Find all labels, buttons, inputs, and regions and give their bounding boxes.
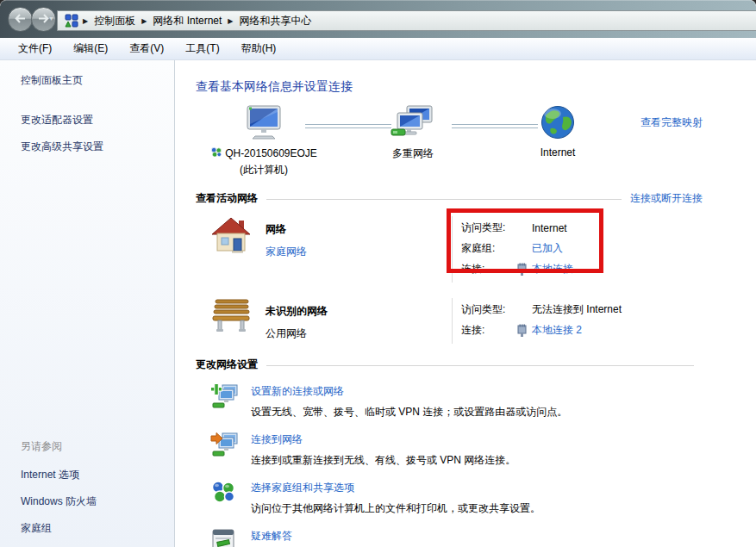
- recent-pages-dropdown[interactable]: ▼: [48, 16, 54, 22]
- divider-rule: [266, 199, 622, 200]
- homegroup-icon: [210, 146, 222, 160]
- network-map: QH-20150609EOJE (此计算机): [196, 105, 703, 184]
- back-arrow-icon: [15, 14, 26, 26]
- title-bar: ▼ ▶ 控制面板 ▶ 网络和 Internet ▶ 网络和共享中心: [0, 0, 756, 38]
- nav-buttons: [8, 7, 54, 32]
- change-settings-title: 更改网络设置: [196, 357, 258, 372]
- detail-label: 家庭组:: [461, 241, 516, 256]
- setup-new-connection-link[interactable]: 设置新的连接或网络: [251, 385, 344, 397]
- active-network-row-unidentified: 未识别的网络 公用网络 访问类型: 无法连接到 Internet 连接:: [196, 289, 703, 351]
- active-networks-header: 查看活动网络 连接或断开连接: [196, 191, 703, 206]
- see-full-map-link[interactable]: 查看完整映射: [640, 115, 703, 130]
- network-details: 访问类型: Internet 家庭组: 已加入 连接:: [452, 216, 703, 283]
- sidebar-item-windows-firewall[interactable]: Windows 防火墙: [21, 494, 169, 509]
- menu-help[interactable]: 帮助(H): [234, 39, 284, 59]
- breadcrumb-arrow-icon: ▶: [223, 17, 237, 25]
- detail-label: 连接:: [461, 262, 516, 277]
- sidebar-spacer: [21, 166, 169, 439]
- homegroup-joined-link[interactable]: 已加入: [532, 241, 563, 256]
- public-network-bench-icon: [210, 298, 252, 344]
- computer-sub-label: (此计算机): [208, 163, 320, 177]
- task-setup-new-connection: 设置新的连接或网络 设置无线、宽带、拨号、临时或 VPN 连接；或设置路由器或访…: [196, 383, 703, 420]
- network-name: 网络: [266, 222, 307, 237]
- local-connection-2-link[interactable]: 本地连接 2: [532, 323, 582, 338]
- setup-connection-icon: [210, 383, 240, 420]
- multi-network-label[interactable]: 多重网络: [366, 146, 460, 161]
- sidebar-item-change-advanced-sharing[interactable]: 更改高级共享设置: [21, 140, 169, 154]
- menu-edit[interactable]: 编辑(E): [66, 39, 116, 59]
- map-node-multi-network: 多重网络: [366, 105, 460, 161]
- home-network-icon: [210, 216, 252, 283]
- access-type-value: Internet: [532, 222, 567, 234]
- connect-disconnect-link[interactable]: 连接或断开连接: [630, 191, 703, 206]
- address-bar[interactable]: ▶ 控制面板 ▶ 网络和 Internet ▶ 网络和共享中心: [57, 10, 756, 31]
- map-node-internet: Internet: [519, 105, 597, 159]
- internet-label: Internet: [519, 146, 597, 159]
- ethernet-icon: [516, 324, 532, 337]
- task-troubleshoot: 疑难解答 诊断并修复网络问题，或获得故障排除信息。: [196, 528, 703, 547]
- computer-name-label[interactable]: QH-20150609EOJE: [225, 147, 317, 159]
- home-network-type-link[interactable]: 家庭网络: [266, 245, 307, 259]
- choose-homegroup-link[interactable]: 选择家庭组和共享选项: [251, 482, 354, 494]
- sidebar-item-internet-options[interactable]: Internet 选项: [21, 468, 169, 482]
- breadcrumb-network-internet[interactable]: 网络和 Internet: [151, 14, 223, 28]
- sidebar-item-homegroup[interactable]: 家庭组: [21, 521, 169, 536]
- troubleshoot-link[interactable]: 疑难解答: [251, 530, 292, 542]
- public-network-type: 公用网络: [266, 326, 328, 341]
- ethernet-icon: [516, 263, 532, 276]
- network-sharing-center-window: ▼ ▶ 控制面板 ▶ 网络和 Internet ▶ 网络和共享中心 文件(F) …: [0, 0, 756, 547]
- local-connection-link[interactable]: 本地连接: [532, 262, 573, 277]
- page-title: 查看基本网络信息并设置连接: [196, 79, 703, 95]
- map-node-computer: QH-20150609EOJE (此计算机): [208, 105, 320, 177]
- detail-label: 访问类型:: [461, 302, 516, 317]
- active-network-row-home: 网络 家庭网络 访问类型: Internet 家庭组: 已加入: [196, 208, 703, 289]
- menu-view[interactable]: 查看(V): [122, 39, 172, 59]
- task-description: 设置无线、宽带、拨号、临时或 VPN 连接；或设置路由器或访问点。: [251, 405, 567, 420]
- troubleshoot-icon: [210, 528, 240, 547]
- task-connect-to-network: 连接到网络 连接到或重新连接到无线、有线、拨号或 VPN 网络连接。: [196, 432, 703, 468]
- internet-globe-icon: [540, 130, 575, 142]
- main-content: 查看基本网络信息并设置连接: [175, 60, 756, 547]
- active-networks-title: 查看活动网络: [196, 191, 258, 206]
- task-description: 访问位于其他网络计算机上的文件和打印机，或更改共享设置。: [251, 501, 540, 516]
- sidebar-item-control-panel-home[interactable]: 控制面板主页: [21, 73, 169, 88]
- connect-network-icon: [210, 432, 240, 468]
- network-details: 访问类型: 无法连接到 Internet 连接:: [452, 298, 703, 344]
- computer-icon: [243, 130, 284, 142]
- multiple-networks-icon: [390, 130, 436, 142]
- divider-rule: [266, 365, 694, 366]
- menu-file[interactable]: 文件(F): [10, 39, 59, 59]
- menu-tools[interactable]: 工具(T): [178, 39, 227, 59]
- connect-to-network-link[interactable]: 连接到网络: [251, 433, 303, 445]
- breadcrumb-arrow-icon: ▶: [137, 17, 151, 25]
- breadcrumb-control-panel[interactable]: 控制面板: [92, 14, 137, 28]
- back-button[interactable]: [8, 7, 33, 32]
- settings-task-list: 设置新的连接或网络 设置无线、宽带、拨号、临时或 VPN 连接；或设置路由器或访…: [196, 383, 703, 547]
- breadcrumb-arrow-icon: ▶: [78, 17, 92, 25]
- left-task-pane: 控制面板主页 更改适配器设置 更改高级共享设置 另请参阅 Internet 选项…: [0, 60, 175, 547]
- menu-bar: 文件(F) 编辑(E) 查看(V) 工具(T) 帮助(H): [0, 38, 756, 60]
- detail-label: 连接:: [461, 323, 516, 338]
- task-description: 连接到或重新连接到无线、有线、拨号或 VPN 网络连接。: [251, 453, 515, 468]
- sidebar-item-change-adapter-settings[interactable]: 更改适配器设置: [21, 113, 169, 127]
- network-center-icon: [65, 14, 78, 28]
- network-name: 未识别的网络: [266, 304, 328, 319]
- access-type-value: 无法连接到 Internet: [532, 302, 622, 317]
- see-also-header: 另请参阅: [21, 439, 169, 454]
- homegroup-icon: [210, 480, 240, 516]
- change-settings-header: 更改网络设置: [196, 357, 703, 372]
- task-choose-homegroup: 选择家庭组和共享选项 访问位于其他网络计算机上的文件和打印机，或更改共享设置。: [196, 480, 703, 516]
- detail-label: 访问类型:: [461, 221, 516, 235]
- breadcrumb-network-sharing-center[interactable]: 网络和共享中心: [238, 14, 314, 28]
